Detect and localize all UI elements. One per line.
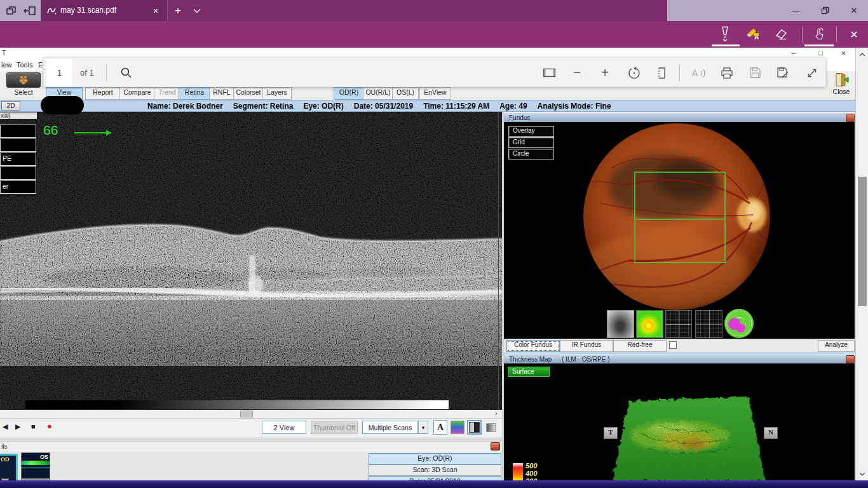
horizontal-scrollbar-thumb[interactable] [240, 410, 253, 417]
axial-side-button-2[interactable] [0, 139, 36, 152]
fundus-minimize-button[interactable] [846, 114, 855, 122]
page-layout-button[interactable] [651, 58, 672, 88]
thumbnails-panel-minimize-button[interactable] [491, 442, 500, 451]
tab-layers[interactable]: Layers [262, 87, 292, 100]
circle-button[interactable]: Circle [508, 149, 554, 159]
patient-age: Age: 49 [499, 102, 527, 111]
grid-scan-thumbnail-1[interactable] [665, 310, 692, 338]
fullscreen-icon [806, 67, 818, 79]
tab-report[interactable]: Report [85, 87, 121, 100]
page-count-label: of 1 [80, 68, 94, 78]
colormap-button[interactable] [451, 421, 465, 434]
fit-to-page-icon [543, 68, 556, 78]
app-close-glyph[interactable]: × [841, 49, 846, 58]
ink-toolbar-close-button[interactable]: ✕ [845, 26, 863, 43]
scrollbar-up-button[interactable] [857, 50, 867, 60]
axial-side-button-1[interactable] [0, 125, 36, 138]
set-tabs-aside-button[interactable] [22, 4, 38, 17]
tab-preview-button[interactable] [4, 4, 19, 17]
temporal-marker: T [604, 427, 618, 439]
record-button[interactable]: ● [47, 421, 52, 431]
app-maximize-glyph[interactable]: □ [818, 49, 823, 57]
highlighter-tool[interactable]: A [745, 26, 763, 43]
print-button[interactable] [716, 58, 738, 88]
save-button[interactable] [744, 58, 766, 88]
tab-os-left[interactable]: OS(L) [392, 87, 419, 100]
new-tab-button[interactable]: + [170, 3, 186, 18]
contrast-button[interactable] [467, 420, 482, 435]
fundus-checkbox[interactable] [669, 341, 677, 349]
tab-list-button[interactable] [191, 5, 203, 17]
analyze-button[interactable]: Analyze [818, 340, 855, 352]
grid-scan-thumbnail-2[interactable] [695, 310, 722, 338]
thickness-minimize-button[interactable] [846, 355, 855, 363]
zoom-in-button[interactable]: + [594, 58, 616, 88]
grayscale-map-button[interactable] [486, 423, 496, 432]
multiple-scans-dropdown-arrow[interactable]: ▾ [418, 421, 428, 434]
search-button[interactable] [115, 58, 137, 88]
multiple-scans-select[interactable]: Multiple Scans [362, 421, 418, 434]
thickness-panel-title: Thickness Map [509, 355, 552, 364]
redaction-blob [41, 96, 84, 114]
tab-colorset[interactable]: Colorset [233, 87, 264, 100]
page-number-input[interactable]: 1 [46, 59, 72, 86]
tab-trend[interactable]: Trend [154, 87, 180, 100]
two-view-button[interactable]: 2 View [262, 421, 306, 434]
menu-view-partial[interactable]: iew [1, 61, 12, 69]
eraser-tool[interactable] [773, 26, 790, 43]
thumbnail-off-button[interactable]: Thumbnail Off [311, 421, 358, 434]
scrollbar-right-arrow[interactable]: › [495, 409, 498, 417]
stop-button[interactable]: ■ [31, 423, 36, 430]
window-restore-button[interactable] [816, 3, 834, 18]
tab-compare[interactable]: Compare [119, 87, 155, 100]
axial-side-button-rpe-partial[interactable]: PE [0, 152, 36, 166]
read-aloud-button[interactable]: A [688, 58, 710, 88]
etdrs-chart-thumbnail[interactable] [724, 309, 754, 338]
exit-door-icon [834, 72, 849, 88]
tab-ou-both[interactable]: OU(R/L) [363, 87, 393, 100]
menu-tools[interactable]: Tools [17, 61, 33, 69]
zoom-out-button[interactable]: − [566, 58, 588, 88]
touch-writing-tool[interactable] [810, 25, 829, 43]
thickness-panel-header: Thickness Map ( ILM - OS/RPE ) [504, 354, 855, 363]
color-fundus-tab[interactable]: Color Fundus [506, 340, 560, 352]
tab-rnfl[interactable]: RNFL [209, 87, 234, 100]
projection-thumbnail[interactable] [607, 310, 634, 338]
scrollbar-thumb[interactable] [858, 177, 867, 306]
select-button[interactable] [6, 72, 41, 88]
mode-2d-button[interactable]: 2D [1, 101, 20, 111]
field-scan-type[interactable]: Scan: 3D Scan [369, 464, 501, 476]
axial-side-button-4[interactable] [0, 166, 36, 180]
tab-close-button[interactable]: ✕ [150, 5, 161, 17]
surface-button[interactable]: Surface [508, 367, 550, 377]
thickness-map-thumbnail[interactable] [636, 310, 663, 338]
browser-tab[interactable]: may 31 scan.pdf ✕ [41, 0, 168, 21]
restore-icon [821, 6, 829, 15]
window-minimize-button[interactable]: — [787, 3, 804, 18]
tab-enview[interactable]: EnView [419, 87, 451, 100]
fullscreen-button[interactable] [801, 58, 823, 88]
axial-side-button-layer-partial[interactable]: er [0, 180, 36, 194]
window-close-button[interactable]: ✕ [845, 3, 863, 18]
grid-button[interactable]: Grid [508, 137, 554, 148]
red-free-tab[interactable]: Red-free [613, 340, 667, 352]
scrollbar-down-button[interactable] [857, 469, 867, 479]
tab-od-right[interactable]: OD(R) [334, 87, 364, 100]
toolbar-divider [106, 64, 107, 81]
app-close-button[interactable]: Close [826, 70, 857, 98]
tab-retina[interactable]: Retina [179, 87, 210, 100]
next-frame-button[interactable]: ▶ [15, 423, 20, 431]
overlay-button[interactable]: Overlay [508, 126, 554, 137]
save-as-button[interactable] [772, 58, 794, 88]
ir-fundus-tab[interactable]: IR Fundus [560, 340, 613, 352]
app-minimize-glyph[interactable]: – [792, 49, 796, 57]
screen: may 31 scan.pdf ✕ + — ✕ A [0, 0, 868, 488]
field-eye[interactable]: Eye: OD(R) [369, 453, 501, 464]
save-as-icon [776, 67, 790, 79]
previous-frame-button[interactable]: ◀ [3, 423, 8, 431]
patient-eye: Eye: OD(R) [303, 102, 343, 111]
ballpoint-pen-tool[interactable] [715, 25, 735, 43]
rotate-button[interactable] [623, 58, 645, 88]
fit-to-page-button[interactable] [538, 58, 560, 88]
text-annotation-button[interactable]: A [433, 420, 447, 435]
